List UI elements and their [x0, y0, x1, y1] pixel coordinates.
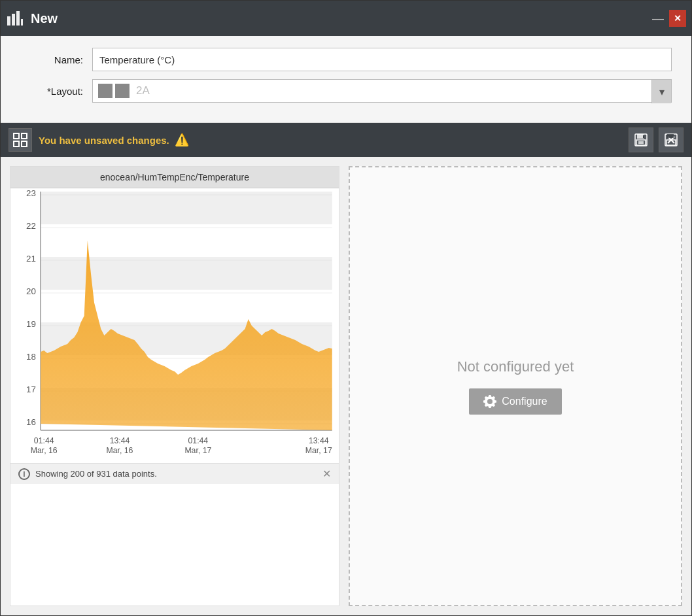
svg-text:20: 20 [26, 286, 36, 296]
layout-block-1 [98, 84, 112, 98]
svg-rect-3 [21, 19, 23, 26]
svg-rect-19 [41, 257, 332, 290]
main-window: New — ✕ Name: *Layout: 2A ▾ [0, 0, 692, 616]
chart-footer: i Showing 200 of 931 data points. ✕ [10, 463, 339, 484]
svg-text:13:44: 13:44 [110, 436, 130, 445]
chart-icon [6, 9, 24, 27]
layout-blocks [98, 84, 130, 98]
name-label: Name: [20, 54, 92, 65]
name-input[interactable] [92, 48, 672, 71]
layout-text: 2A [136, 84, 666, 97]
layout-label: *Layout: [20, 86, 92, 97]
configure-button[interactable]: Configure [469, 388, 561, 415]
name-row: Name: [20, 48, 672, 71]
svg-rect-0 [7, 16, 10, 26]
svg-text:17: 17 [26, 385, 36, 394]
toolbar-actions [629, 128, 683, 152]
layout-row: *Layout: 2A ▾ [20, 79, 672, 103]
svg-text:Mar, 16: Mar, 16 [107, 446, 133, 455]
chart-footer-text: Showing 200 of 931 data points. [35, 469, 157, 479]
toolbar: You have unsaved changes. ⚠️ [1, 123, 691, 157]
close-button[interactable]: ✕ [669, 10, 686, 27]
svg-rect-2 [16, 11, 20, 26]
svg-text:01:44: 01:44 [34, 436, 54, 445]
svg-text:13:44: 13:44 [309, 436, 329, 445]
svg-rect-7 [22, 141, 27, 146]
info-icon: i [18, 468, 30, 480]
discard-button[interactable] [659, 128, 683, 152]
minimize-button[interactable]: — [649, 10, 666, 27]
svg-rect-18 [41, 192, 332, 224]
svg-rect-9 [637, 134, 644, 139]
svg-text:23: 23 [26, 188, 36, 198]
chart-panel: enocean/HumTempEnc/Temperature 23 22 21 … [10, 166, 339, 606]
title-bar-controls: — ✕ [649, 10, 686, 27]
window-title: New [31, 11, 58, 26]
svg-text:21: 21 [26, 254, 36, 264]
layout-select[interactable]: 2A ▾ [92, 79, 672, 103]
main-content: enocean/HumTempEnc/Temperature 23 22 21 … [1, 157, 691, 615]
gear-icon [483, 395, 496, 408]
right-panel: Not configured yet Configure [349, 166, 682, 606]
svg-text:Mar, 17: Mar, 17 [184, 446, 211, 455]
chart-wrapper: 23 22 21 20 19 18 17 16 [10, 188, 339, 463]
expand-button[interactable] [9, 128, 32, 152]
svg-rect-11 [638, 141, 644, 144]
svg-rect-6 [14, 141, 19, 146]
svg-text:01:44: 01:44 [188, 436, 209, 445]
svg-rect-1 [12, 14, 15, 26]
form-area: Name: *Layout: 2A ▾ [1, 36, 691, 123]
configure-button-label: Configure [502, 396, 547, 407]
chart-svg: 23 22 21 20 19 18 17 16 [10, 188, 339, 463]
title-bar: New — ✕ [1, 1, 691, 36]
svg-rect-16 [667, 134, 674, 138]
svg-text:22: 22 [26, 221, 36, 231]
svg-text:16: 16 [26, 417, 36, 427]
warning-icon: ⚠️ [175, 133, 189, 147]
svg-text:19: 19 [26, 319, 36, 329]
svg-text:Mar, 16: Mar, 16 [31, 446, 58, 455]
svg-rect-4 [14, 133, 19, 139]
save-button[interactable] [629, 128, 653, 152]
layout-dropdown-arrow[interactable]: ▾ [651, 80, 671, 103]
svg-text:18: 18 [26, 352, 36, 362]
warning-text: You have unsaved changes. [39, 135, 169, 146]
warning-message: You have unsaved changes. ⚠️ [39, 133, 622, 147]
title-bar-left: New [6, 9, 58, 27]
svg-text:Mar, 17: Mar, 17 [305, 446, 332, 455]
not-configured-text: Not configured yet [457, 358, 574, 375]
chart-footer-close[interactable]: ✕ [322, 468, 331, 480]
layout-block-2 [115, 84, 130, 98]
chart-title: enocean/HumTempEnc/Temperature [10, 167, 339, 188]
svg-rect-5 [22, 133, 27, 139]
